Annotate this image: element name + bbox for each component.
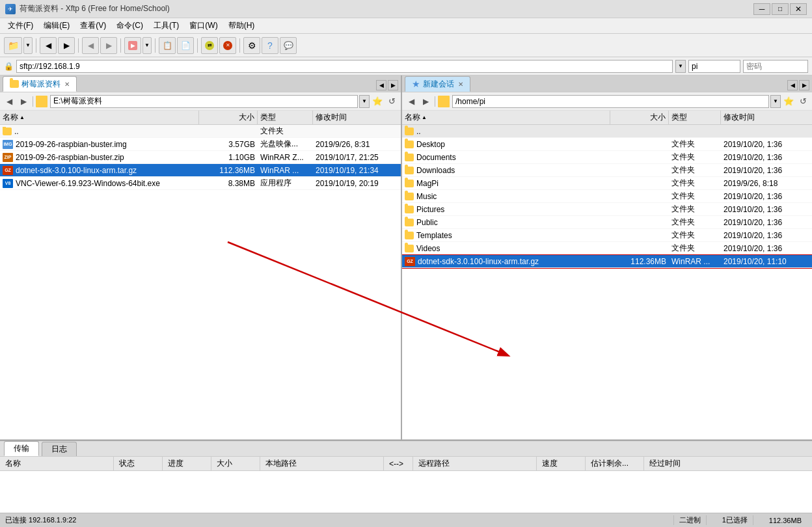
left-col-size-header[interactable]: 大小 (199, 111, 258, 124)
tcol-progress: 进度 (163, 457, 211, 470)
right-tab-close[interactable]: ✕ (458, 81, 463, 88)
tab-log[interactable]: 日志 (42, 442, 77, 456)
tb-btn4[interactable]: ▶ (100, 37, 117, 54)
menu-view[interactable]: 查看(V) (75, 19, 111, 33)
right-col-date-header[interactable]: 修改时间 (721, 111, 812, 124)
tcol-local: 本地路径 (260, 457, 384, 470)
tcol-elapsed: 经过时间 (644, 457, 812, 470)
left-tab-active[interactable]: 树莓派资料 ✕ (3, 76, 77, 92)
app-icon: ✈ (5, 4, 16, 14)
tb-settings[interactable]: ⚙ (243, 37, 260, 54)
title-bar: ✈ 荷葡派资料 - Xftp 6 (Free for Home/School) … (0, 0, 812, 18)
left-tab-next[interactable]: ▶ (388, 80, 398, 90)
tb-transfer[interactable]: ⇄ (201, 37, 218, 54)
table-row[interactable]: GZ dotnet-sdk-3.0.100-linux-arm.tar.gz 1… (402, 255, 812, 268)
tb-paste[interactable]: 📄 (177, 37, 194, 54)
table-row[interactable]: Pictures 文件夹 2019/10/20, 1:36 (402, 203, 812, 216)
table-row[interactable]: GZ dotnet-sdk-3.0.100-linux-arm.tar.gz 1… (0, 164, 401, 177)
tcol-remote: 远程路径 (413, 457, 537, 470)
left-col-name-header[interactable]: 名称 ▲ (0, 111, 199, 124)
bottom-section: 传输 日志 名称 状态 进度 大小 本地路径 <--> 远程路径 速度 估计剩余… (0, 440, 812, 513)
address-input[interactable] (16, 60, 673, 73)
tb-new-session[interactable]: 📁 (4, 37, 22, 54)
left-refresh[interactable]: ↺ (385, 95, 398, 108)
table-row[interactable]: Public 文件夹 2019/10/20, 1:36 (402, 216, 812, 229)
left-back-btn[interactable]: ◀ (3, 95, 16, 108)
right-panel-toolbar: ◀ ▶ ▼ ⭐ ↺ (402, 92, 812, 111)
table-row[interactable]: Desktop 文件夹 2019/10/20, 1:36 (402, 138, 812, 151)
right-tab-prev[interactable]: ◀ (787, 80, 798, 90)
menu-file[interactable]: 文件(F) (3, 19, 38, 33)
right-refresh[interactable]: ↺ (796, 95, 809, 108)
left-path-input[interactable] (50, 95, 358, 108)
right-path-input[interactable] (452, 95, 769, 108)
table-row[interactable]: Music 文件夹 2019/10/20, 1:36 (402, 190, 812, 203)
table-row[interactable]: MagPi 文件夹 2019/9/26, 8:18 (402, 177, 812, 190)
tcol-speed: 速度 (537, 457, 586, 470)
transfer-header: 名称 状态 进度 大小 本地路径 <--> 远程路径 速度 估计剩余... 经过… (0, 457, 812, 471)
password-input[interactable] (743, 60, 808, 73)
right-file-list[interactable]: 名称 ▲ 大小 类型 修改时间 .. (402, 111, 812, 440)
tb-btn6[interactable]: ▼ (142, 37, 152, 54)
table-row[interactable]: Documents 文件夹 2019/10/20, 1:36 (402, 151, 812, 164)
tb-comment[interactable]: 💬 (280, 37, 297, 54)
menu-edit[interactable]: 编辑(E) (38, 19, 75, 33)
menu-window[interactable]: 窗口(W) (184, 19, 223, 33)
table-row[interactable]: Downloads 文件夹 2019/10/20, 1:36 (402, 164, 812, 177)
tb-btn1[interactable]: ◀ (40, 37, 57, 54)
menu-tools[interactable]: 工具(T) (148, 19, 184, 33)
right-col-type-header[interactable]: 类型 (669, 111, 721, 124)
close-button[interactable]: ✕ (790, 3, 807, 15)
tb-dropdown[interactable]: ▼ (23, 37, 33, 54)
menu-help[interactable]: 帮助(H) (223, 19, 260, 33)
maximize-button[interactable]: □ (772, 3, 789, 15)
left-path-dropdown[interactable]: ▼ (359, 95, 370, 108)
tcol-arrow: <--> (384, 457, 413, 470)
tb-stop[interactable]: ✕ (219, 37, 236, 54)
left-file-list[interactable]: 名称 ▲ 大小 类型 修改时间 .. 文件夹 (0, 111, 401, 440)
tab-transfer[interactable]: 传输 (4, 441, 39, 456)
tb-copy[interactable]: 📋 (159, 37, 176, 54)
table-row[interactable]: .. (402, 125, 812, 138)
left-col-type-header[interactable]: 类型 (258, 111, 313, 124)
table-row[interactable]: IMG 2019-09-26-raspbian-buster.img 3.57G… (0, 138, 401, 151)
menu-command[interactable]: 命令(C) (111, 19, 148, 33)
right-tab-next[interactable]: ▶ (799, 80, 809, 90)
left-list-header: 名称 ▲ 大小 类型 修改时间 (0, 111, 401, 125)
status-size: 112.36MB (764, 517, 807, 524)
status-connection: 已连接 192.168.1.9:22 (5, 515, 76, 525)
right-list-header: 名称 ▲ 大小 类型 修改时间 (402, 111, 812, 125)
main-toolbar: 📁 ▼ ◀ ▶ ◀ ▶ ▶ ▼ 📋 📄 ⇄ ✕ ⚙ ? 💬 (0, 34, 812, 57)
address-dropdown-btn[interactable]: ▼ (675, 60, 686, 73)
right-bookmark[interactable]: ⭐ (782, 95, 795, 108)
table-row[interactable]: V8 VNC-Viewer-6.19.923-Windows-64bit.exe… (0, 177, 401, 190)
left-panel-toolbar: ◀ ▶ ▼ ⭐ ↺ (0, 92, 401, 111)
right-back-btn[interactable]: ◀ (405, 95, 418, 108)
tcol-name: 名称 (0, 457, 114, 470)
left-panel: 树莓派资料 ✕ ◀ ▶ ◀ ▶ ▼ ⭐ ↺ (0, 75, 402, 440)
tb-btn5[interactable]: ▶ (124, 37, 141, 54)
status-selected: 1已选择 (717, 515, 753, 525)
window-controls: ─ □ ✕ (753, 3, 807, 15)
left-tab-close[interactable]: ✕ (64, 81, 70, 88)
right-panel-tabs: ★ 新建会话 ✕ ◀ ▶ (402, 75, 812, 92)
minimize-button[interactable]: ─ (753, 3, 770, 15)
right-tab-active[interactable]: ★ 新建会话 ✕ (405, 76, 470, 92)
left-tab-prev[interactable]: ◀ (376, 80, 386, 90)
table-row[interactable]: .. 文件夹 (0, 125, 401, 138)
right-col-size-header[interactable]: 大小 (610, 111, 669, 124)
title-text: 荷葡派资料 - Xftp 6 (Free for Home/School) (20, 3, 753, 14)
left-fwd-btn[interactable]: ▶ (17, 95, 30, 108)
right-col-name-header[interactable]: 名称 ▲ (402, 111, 610, 124)
user-input[interactable] (688, 60, 740, 73)
right-path-dropdown[interactable]: ▼ (770, 95, 781, 108)
left-col-date-header[interactable]: 修改时间 (313, 111, 401, 124)
tb-btn2[interactable]: ▶ (58, 37, 75, 54)
table-row[interactable]: Templates 文件夹 2019/10/20, 1:36 (402, 229, 812, 242)
right-fwd-btn[interactable]: ▶ (419, 95, 432, 108)
table-row[interactable]: Videos 文件夹 2019/10/20, 1:36 (402, 242, 812, 255)
tb-help[interactable]: ? (262, 37, 278, 54)
table-row[interactable]: ZIP 2019-09-26-raspbian-buster.zip 1.10G… (0, 151, 401, 164)
left-bookmark[interactable]: ⭐ (371, 95, 384, 108)
tb-btn3[interactable]: ◀ (82, 37, 99, 54)
